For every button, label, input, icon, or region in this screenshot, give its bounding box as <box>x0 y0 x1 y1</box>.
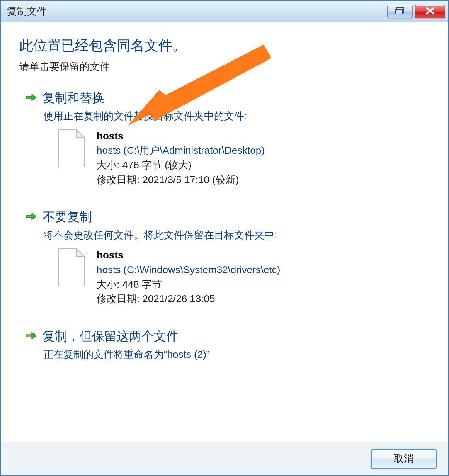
file-path: hosts (C:\Windows\System32\drivers\etc) <box>97 263 280 277</box>
option-header: 复制，但保留这两个文件 <box>25 328 430 345</box>
close-icon <box>425 7 435 16</box>
file-details: hosts hosts (C:\用户\Administrator\Desktop… <box>56 129 430 187</box>
option-header: 复制和替换 <box>25 90 430 107</box>
cancel-button[interactable]: 取消 <box>371 449 437 469</box>
file-size: 大小: 476 字节 (较大) <box>97 158 265 173</box>
file-name: hosts <box>97 129 265 144</box>
dialog-window: 复制文件 此位置已经包含同名文件。 请单击要保留的文件 <box>0 0 449 476</box>
file-icon <box>56 129 87 169</box>
restore-button[interactable] <box>387 5 413 18</box>
option-title: 不要复制 <box>43 209 92 226</box>
window-title: 复制文件 <box>7 5 47 18</box>
file-path: hosts (C:\用户\Administrator\Desktop) <box>97 143 265 158</box>
file-icon <box>56 248 87 288</box>
option-description: 正在复制的文件将重命名为“hosts (2)” <box>43 347 430 362</box>
option-description: 使用正在复制的文件替换目标文件夹中的文件: <box>43 109 430 124</box>
option-keep-both[interactable]: 复制，但保留这两个文件 正在复制的文件将重命名为“hosts (2)” <box>19 326 430 370</box>
option-description: 将不会更改任何文件。将此文件保留在目标文件夹中: <box>43 228 430 243</box>
option-header: 不要复制 <box>25 209 430 226</box>
option-dont-copy[interactable]: 不要复制 将不会更改任何文件。将此文件保留在目标文件夹中: hosts host… <box>19 206 430 308</box>
file-size: 大小: 448 字节 <box>97 277 280 292</box>
arrow-right-icon <box>25 210 37 224</box>
title-bar: 复制文件 <box>1 1 448 22</box>
option-copy-replace[interactable]: 复制和替换 使用正在复制的文件替换目标文件夹中的文件: hosts hosts … <box>19 87 430 189</box>
dialog-footer: 取消 <box>1 442 448 475</box>
svg-rect-1 <box>395 9 402 14</box>
option-title: 复制和替换 <box>43 90 104 107</box>
file-modified: 修改日期: 2021/3/5 17:10 (较新) <box>97 173 265 187</box>
cancel-button-label: 取消 <box>394 452 414 466</box>
arrow-right-icon <box>25 91 37 105</box>
option-title: 复制，但保留这两个文件 <box>43 328 179 345</box>
file-details: hosts hosts (C:\Windows\System32\drivers… <box>56 248 430 306</box>
sub-heading: 请单击要保留的文件 <box>19 60 430 73</box>
window-controls <box>387 5 445 18</box>
main-heading: 此位置已经包含同名文件。 <box>19 36 430 55</box>
dialog-content: 此位置已经包含同名文件。 请单击要保留的文件 复制和替 <box>1 22 448 442</box>
arrow-right-icon <box>25 330 37 343</box>
file-info: hosts hosts (C:\Windows\System32\drivers… <box>97 248 280 306</box>
close-button[interactable] <box>415 5 445 18</box>
file-name: hosts <box>97 248 280 263</box>
file-modified: 修改日期: 2021/2/26 13:05 <box>97 292 280 306</box>
file-info: hosts hosts (C:\用户\Administrator\Desktop… <box>97 129 265 187</box>
restore-icon <box>395 7 405 16</box>
